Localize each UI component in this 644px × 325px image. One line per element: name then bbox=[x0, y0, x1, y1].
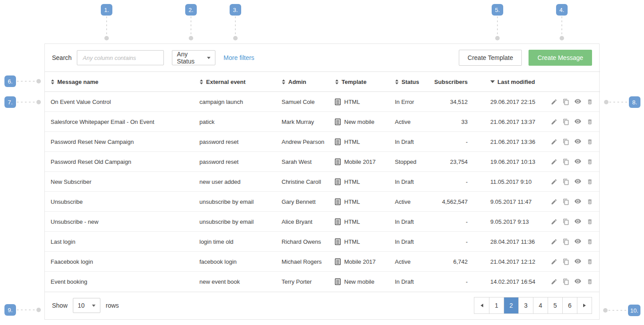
edit-button[interactable] bbox=[550, 118, 558, 126]
preview-button[interactable] bbox=[574, 178, 582, 186]
delete-button[interactable] bbox=[586, 158, 594, 166]
delete-button[interactable] bbox=[586, 178, 594, 186]
sort-arrows-icon bbox=[51, 79, 55, 84]
delete-button[interactable] bbox=[586, 277, 594, 285]
duplicate-button[interactable] bbox=[562, 238, 570, 246]
last-modified-cell: 9.05.2017 11:47 bbox=[473, 192, 540, 212]
edit-button[interactable] bbox=[550, 198, 558, 206]
duplicate-button[interactable] bbox=[562, 178, 570, 186]
trash-icon bbox=[587, 278, 593, 285]
table-row[interactable]: Faacebook login facebook login Michael R… bbox=[45, 252, 600, 272]
copy-icon bbox=[563, 178, 569, 185]
edit-button[interactable] bbox=[550, 218, 558, 226]
status-cell: In Draft bbox=[389, 232, 429, 252]
table-row[interactable]: On Event Value Control campaign launch S… bbox=[45, 92, 600, 112]
page-button-5[interactable]: 5 bbox=[548, 297, 562, 313]
page-next-button[interactable] bbox=[577, 297, 592, 313]
message-name-cell: Password Reset New Campaign bbox=[45, 132, 194, 152]
duplicate-button[interactable] bbox=[562, 118, 570, 126]
last-modified-cell: 28.04.2017 11:36 bbox=[473, 232, 540, 252]
page-button-3[interactable]: 3 bbox=[518, 297, 533, 313]
column-header-external-event[interactable]: External event bbox=[194, 72, 276, 92]
edit-button[interactable] bbox=[550, 277, 558, 285]
duplicate-button[interactable] bbox=[562, 218, 570, 226]
page-button-1[interactable]: 1 bbox=[489, 297, 504, 313]
message-name-cell: Unsubscribe bbox=[45, 192, 194, 212]
rows-per-page-select[interactable]: 10 bbox=[73, 298, 100, 313]
template-document-icon bbox=[335, 278, 341, 285]
delete-button[interactable] bbox=[586, 218, 594, 226]
callout-1: 1. bbox=[101, 4, 112, 40]
last-modified-cell: 11.05.2017 9:10 bbox=[473, 172, 540, 192]
subscribers-cell: 33 bbox=[429, 112, 473, 132]
delete-button[interactable] bbox=[586, 118, 594, 126]
sort-arrows-icon bbox=[335, 79, 339, 84]
table-row[interactable]: Salesforce Whitepaper Email - On Event p… bbox=[45, 112, 600, 132]
preview-button[interactable] bbox=[574, 158, 582, 166]
preview-button[interactable] bbox=[574, 218, 582, 226]
delete-button[interactable] bbox=[586, 138, 594, 146]
edit-button[interactable] bbox=[550, 178, 558, 186]
row-actions-cell bbox=[540, 272, 600, 292]
template-document-icon bbox=[335, 178, 341, 185]
column-header-template[interactable]: Template bbox=[329, 72, 389, 92]
duplicate-button[interactable] bbox=[562, 198, 570, 206]
page-button-4[interactable]: 4 bbox=[533, 297, 548, 313]
edit-button[interactable] bbox=[550, 138, 558, 146]
duplicate-button[interactable] bbox=[562, 98, 570, 106]
column-header-admin[interactable]: Admin bbox=[276, 72, 329, 92]
column-header-message-name[interactable]: Message name bbox=[45, 72, 194, 92]
preview-button[interactable] bbox=[574, 118, 582, 126]
duplicate-button[interactable] bbox=[562, 258, 570, 266]
dotted-line bbox=[17, 81, 36, 82]
edit-button[interactable] bbox=[550, 258, 558, 266]
page-button-6[interactable]: 6 bbox=[562, 297, 577, 313]
preview-button[interactable] bbox=[574, 138, 582, 146]
table-row[interactable]: New Subscriber new user added Christine … bbox=[45, 172, 600, 192]
table-row[interactable]: Last login login time old Richard Owens … bbox=[45, 232, 600, 252]
pencil-icon bbox=[551, 178, 557, 185]
column-header-last-modified[interactable]: Last modified bbox=[473, 72, 540, 92]
duplicate-button[interactable] bbox=[562, 277, 570, 285]
preview-button[interactable] bbox=[574, 277, 582, 285]
status-filter-select[interactable]: Any Status bbox=[172, 50, 215, 65]
page-button-2[interactable]: 2 bbox=[504, 297, 518, 313]
copy-icon bbox=[563, 139, 569, 145]
more-filters-link[interactable]: More filters bbox=[223, 54, 254, 61]
create-message-button[interactable]: Create Message bbox=[529, 50, 592, 66]
search-label: Search bbox=[52, 54, 72, 61]
callout-9: 9. bbox=[4, 304, 41, 316]
delete-button[interactable] bbox=[586, 198, 594, 206]
create-template-button[interactable]: Create Template bbox=[459, 50, 522, 66]
table-row[interactable]: Event booking new event book Terry Porte… bbox=[45, 272, 600, 292]
status-filter-value: Any Status bbox=[177, 51, 203, 65]
status-cell: Active bbox=[389, 112, 429, 132]
preview-button[interactable] bbox=[574, 238, 582, 246]
table-row[interactable]: Unsubscribe - new unsubscribe by email A… bbox=[45, 212, 600, 232]
duplicate-button[interactable] bbox=[562, 138, 570, 146]
trash-icon bbox=[587, 159, 593, 165]
table-row[interactable]: Password Reset Old Campaign password res… bbox=[45, 152, 600, 172]
delete-button[interactable] bbox=[586, 238, 594, 246]
page-prev-button[interactable] bbox=[474, 297, 489, 313]
search-input[interactable] bbox=[77, 50, 164, 65]
edit-button[interactable] bbox=[550, 98, 558, 106]
template-document-icon bbox=[335, 159, 341, 165]
delete-button[interactable] bbox=[586, 258, 594, 266]
edit-button[interactable] bbox=[550, 158, 558, 166]
number-badge: 6. bbox=[4, 75, 16, 87]
preview-button[interactable] bbox=[574, 258, 582, 266]
preview-button[interactable] bbox=[574, 198, 582, 206]
delete-button[interactable] bbox=[586, 98, 594, 106]
column-header-subscribers[interactable]: Subscribers bbox=[429, 72, 473, 92]
column-header-status[interactable]: Status bbox=[389, 72, 429, 92]
edit-button[interactable] bbox=[550, 238, 558, 246]
admin-cell: Terry Porter bbox=[276, 272, 329, 292]
row-actions-cell bbox=[540, 132, 600, 152]
table-row[interactable]: Password Reset New Campaign password res… bbox=[45, 132, 600, 152]
callout-8: 8. bbox=[604, 96, 640, 108]
duplicate-button[interactable] bbox=[562, 158, 570, 166]
admin-cell: Michael Rogers bbox=[276, 252, 329, 272]
table-row[interactable]: Unsubscribe unsubscribe by email Gary Be… bbox=[45, 192, 600, 212]
preview-button[interactable] bbox=[574, 98, 582, 106]
